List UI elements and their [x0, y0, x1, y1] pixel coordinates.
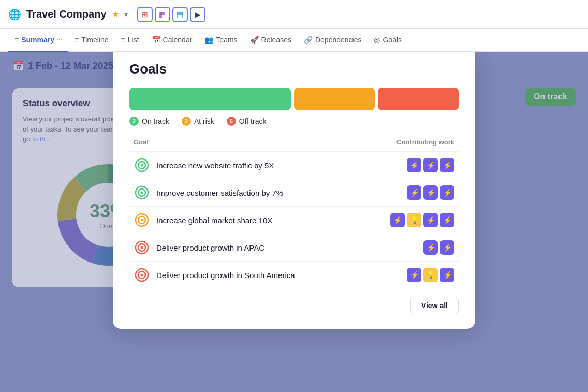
- nav-tabs: ≡ Summary ··· ≡ Timeline ≡ List 📅 Calend…: [0, 29, 588, 52]
- goal-text: Deliver product growth in APAC: [156, 243, 264, 252]
- modal-title: Goals: [129, 61, 459, 77]
- contrib-icon: ⚡: [423, 185, 438, 200]
- tab-calendar[interactable]: 📅 Calendar: [145, 29, 199, 52]
- goal-contributing-icons: ⚡ 💡 ⚡ ⚡: [390, 213, 454, 227]
- contrib-icon: ⚡: [440, 213, 454, 227]
- goal-row[interactable]: Improve customer satisfaction by 7% ⚡ ⚡ …: [129, 179, 459, 206]
- goal-status-icon-on-track-2: [134, 184, 150, 201]
- contrib-icon: ⚡: [440, 185, 454, 200]
- status-bar: [129, 88, 459, 110]
- at-risk-dot: 2: [182, 117, 191, 126]
- tab-teams[interactable]: 👥 Teams: [198, 29, 243, 52]
- goal-row[interactable]: Increase new website traffic by 5X ⚡ ⚡ ⚡: [129, 151, 459, 179]
- star-icon[interactable]: ★: [112, 9, 119, 19]
- globe-icon: 🌐: [8, 8, 21, 21]
- contrib-icon: ⚡: [407, 268, 421, 282]
- legend-off-track: 5 Off track: [227, 117, 267, 126]
- goal-text: Improve customer satisfaction by 7%: [156, 188, 283, 197]
- goal-text: Increase new website traffic by 5X: [156, 161, 274, 170]
- contrib-icon: ⚡: [407, 185, 421, 200]
- goals-table-header: Goal Contributing work: [129, 138, 459, 151]
- on-track-dot: 2: [129, 117, 139, 126]
- contrib-icon: ⚡: [440, 268, 454, 282]
- on-track-bar: [129, 88, 291, 110]
- off-track-dot: 5: [227, 117, 236, 126]
- tab-releases[interactable]: 🚀 Releases: [244, 29, 298, 52]
- calendar-tab-icon: 📅: [152, 36, 160, 44]
- toolbar-icons: ⊞ ▦ ▤ ▶: [137, 7, 205, 22]
- contrib-icon: ⚡: [440, 158, 454, 172]
- summary-ellipsis: ···: [57, 36, 62, 43]
- contrib-icon: ⚡: [423, 158, 438, 172]
- contrib-icon: ⚡: [407, 158, 421, 172]
- chevron-down-icon[interactable]: ▾: [124, 10, 128, 19]
- goal-row[interactable]: Deliver product growth in South America …: [129, 261, 459, 288]
- goal-text: Increase global market share 10X: [156, 216, 272, 225]
- goal-contributing-icons: ⚡ ⚡ ⚡: [407, 185, 454, 200]
- view-all-button[interactable]: View all: [410, 297, 459, 314]
- contributing-column-header: Contributing work: [396, 138, 454, 146]
- goal-status-icon-off-track-2: [134, 267, 150, 283]
- goal-text: Deliver product growth in South America: [156, 271, 295, 280]
- svg-point-13: [141, 219, 143, 222]
- goal-column-header: Goal: [134, 138, 149, 146]
- goal-left: Deliver product growth in APAC: [134, 239, 264, 256]
- main-content: 📅 1 Feb - 12 Mar 2025 Status overview Vi…: [0, 52, 588, 392]
- svg-point-16: [141, 246, 143, 249]
- tab-timeline[interactable]: ≡ Timeline: [68, 29, 115, 52]
- view-icon-3[interactable]: ▤: [172, 7, 188, 22]
- view-icon-2[interactable]: ▦: [155, 7, 170, 22]
- goal-contributing-icons: ⚡ ⚡: [423, 240, 454, 255]
- goal-left: Deliver product growth in South America: [134, 267, 295, 283]
- status-legend: 2 On track 2 At risk 5 Off track: [129, 117, 459, 126]
- contrib-icon-yellow: 💡: [423, 268, 438, 282]
- contrib-icon-yellow: 💡: [407, 213, 421, 227]
- app-title: Travel Company: [26, 8, 107, 20]
- goal-left: Increase new website traffic by 5X: [134, 157, 274, 173]
- goal-contributing-icons: ⚡ 💡 ⚡: [407, 268, 454, 282]
- goal-contributing-icons: ⚡ ⚡ ⚡: [407, 158, 454, 172]
- tab-dependencies[interactable]: 🔗 Dependencies: [298, 29, 368, 52]
- svg-point-7: [141, 164, 143, 167]
- summary-tab-icon: ≡: [14, 36, 19, 44]
- goal-status-icon-on-track: [134, 157, 150, 173]
- contrib-icon: ⚡: [440, 240, 454, 255]
- goals-modal: Goals 2 On track 2 At risk 5 Of: [113, 52, 475, 329]
- contrib-icon: ⚡: [423, 213, 438, 227]
- view-icon-1[interactable]: ⊞: [137, 7, 153, 22]
- svg-point-10: [141, 192, 143, 194]
- goal-status-icon-off-track: [134, 239, 150, 256]
- contrib-icon: ⚡: [423, 240, 438, 255]
- top-bar: 🌐 Travel Company ★ ▾ ⊞ ▦ ▤ ▶: [0, 0, 588, 29]
- releases-tab-icon: 🚀: [250, 36, 259, 44]
- tab-summary[interactable]: ≡ Summary ···: [8, 29, 68, 52]
- teams-tab-icon: 👥: [204, 36, 213, 44]
- contrib-icon: ⚡: [390, 213, 405, 227]
- list-tab-icon: ≡: [121, 36, 125, 44]
- dependencies-tab-icon: 🔗: [304, 36, 313, 44]
- goal-status-icon-at-risk: [134, 212, 150, 228]
- goal-left: Improve customer satisfaction by 7%: [134, 184, 283, 201]
- tab-list[interactable]: ≡ List: [115, 29, 145, 52]
- off-track-bar: [378, 88, 459, 110]
- tab-goals[interactable]: ◎ Goals: [368, 29, 408, 52]
- goal-row[interactable]: Increase global market share 10X ⚡ 💡 ⚡ ⚡: [129, 206, 459, 234]
- view-icon-4[interactable]: ▶: [190, 7, 205, 22]
- svg-point-19: [141, 274, 143, 277]
- modal-overlay: Goals 2 On track 2 At risk 5 Of: [0, 52, 588, 392]
- at-risk-bar: [294, 88, 375, 110]
- legend-at-risk: 2 At risk: [182, 117, 214, 126]
- goal-left: Increase global market share 10X: [134, 212, 272, 228]
- legend-on-track: 2 On track: [129, 117, 169, 126]
- goal-row[interactable]: Deliver product growth in APAC ⚡ ⚡: [129, 234, 459, 261]
- goals-tab-icon: ◎: [374, 36, 380, 44]
- timeline-tab-icon: ≡: [75, 36, 79, 44]
